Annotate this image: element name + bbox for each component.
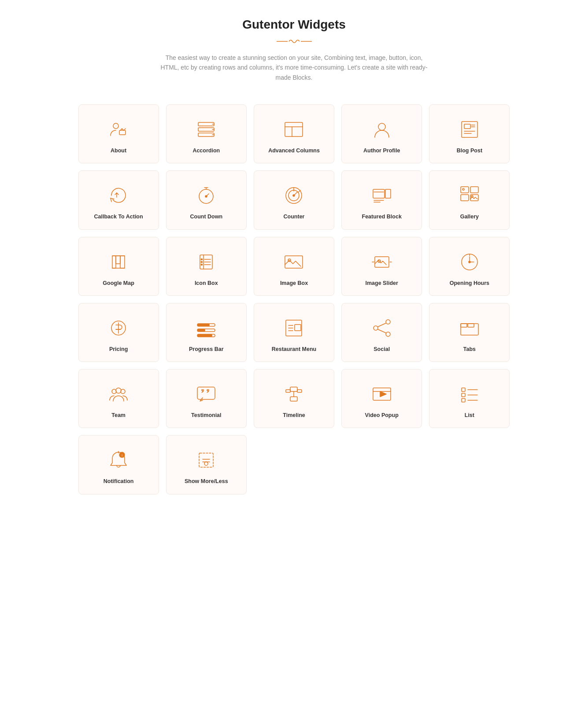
widget-card-blog-post[interactable]: Blog Post (429, 104, 510, 163)
svg-line-77 (378, 323, 386, 327)
counter-icon (283, 184, 304, 207)
callback-to-action-icon (108, 184, 129, 207)
widget-card-callback-to-action[interactable]: Callback To Action (78, 170, 159, 229)
opening-hours-label: Opening Hours (450, 280, 489, 287)
svg-rect-66 (197, 329, 205, 332)
widget-card-tabs[interactable]: Tabs (429, 303, 510, 362)
svg-rect-103 (199, 453, 213, 467)
image-slider-icon (371, 251, 392, 273)
svg-marker-92 (380, 391, 386, 397)
gallery-label: Gallery (460, 213, 479, 220)
svg-point-106 (204, 462, 208, 465)
svg-rect-34 (385, 189, 391, 198)
gallery-icon (459, 184, 480, 207)
widget-card-count-down[interactable]: Count Down (166, 170, 247, 229)
image-box-label: Image Box (280, 280, 308, 287)
widget-card-timeline[interactable]: Timeline (254, 369, 334, 428)
svg-rect-94 (462, 388, 465, 391)
svg-point-76 (386, 332, 390, 336)
pricing-label: Pricing (109, 346, 128, 353)
svg-rect-35 (461, 187, 469, 193)
count-down-icon (196, 184, 217, 207)
svg-rect-95 (462, 393, 465, 397)
widget-card-restaurant-menu[interactable]: Restaurant Menu (254, 303, 334, 362)
author-profile-label: Author Profile (363, 147, 400, 154)
team-icon (108, 383, 129, 406)
timeline-icon (283, 383, 304, 406)
list-icon (459, 383, 480, 406)
blog-post-label: Blog Post (457, 147, 482, 154)
widget-card-social[interactable]: Social (341, 303, 422, 362)
svg-point-60 (469, 261, 470, 263)
svg-point-84 (116, 388, 121, 393)
svg-point-74 (374, 326, 378, 330)
widget-card-image-box[interactable]: Image Box (254, 237, 334, 296)
widget-card-pricing[interactable]: Pricing (78, 303, 159, 362)
widget-card-accordion[interactable]: Accordion (166, 104, 247, 163)
widget-card-icon-box[interactable]: Icon Box (166, 237, 247, 296)
social-icon (371, 317, 392, 339)
list-label: List (465, 412, 474, 419)
svg-text:!: ! (122, 454, 122, 457)
accordion-label: Accordion (192, 147, 220, 154)
advanced-columns-label: Advanced Columns (268, 147, 320, 154)
widget-card-featured-block[interactable]: Featured Block (341, 170, 422, 229)
svg-rect-10 (285, 122, 303, 137)
widget-card-progress-bar[interactable]: Progress Bar (166, 303, 247, 362)
svg-rect-87 (290, 397, 297, 401)
testimonial-icon (196, 383, 217, 406)
widget-card-team[interactable]: Team (78, 369, 159, 428)
featured-block-icon (371, 184, 392, 207)
notification-label: Notification (104, 478, 134, 485)
svg-rect-15 (464, 124, 470, 129)
tabs-label: Tabs (463, 346, 476, 353)
author-profile-icon (371, 118, 392, 141)
svg-rect-85 (197, 387, 215, 399)
svg-point-13 (378, 123, 385, 130)
widget-card-image-slider[interactable]: Image Slider (341, 237, 422, 296)
widget-card-advanced-columns[interactable]: Advanced Columns (254, 104, 334, 163)
blog-post-icon (459, 118, 480, 141)
google-map-label: Google Map (103, 280, 134, 287)
widget-card-about[interactable]: About (78, 104, 159, 163)
svg-rect-89 (286, 390, 290, 392)
widgets-grid: AboutAccordionAdvanced ColumnsAuthor Pro… (74, 100, 514, 499)
video-popup-label: Video Popup (365, 412, 399, 419)
restaurant-menu-label: Restaurant Menu (272, 346, 316, 353)
svg-point-39 (462, 188, 464, 190)
widget-card-gallery[interactable]: Gallery (429, 170, 510, 229)
svg-rect-81 (468, 324, 474, 327)
widget-card-testimonial[interactable]: Testimonial (166, 369, 247, 428)
opening-hours-icon (459, 251, 480, 273)
svg-rect-37 (461, 195, 469, 201)
svg-rect-3 (119, 130, 126, 135)
social-label: Social (374, 346, 390, 353)
page-description: The easiest way to create a stunning sec… (158, 53, 431, 82)
about-label: About (111, 147, 126, 154)
pricing-icon (108, 317, 129, 339)
widget-card-opening-hours[interactable]: Opening Hours (429, 237, 510, 296)
widget-card-video-popup[interactable]: Video Popup (341, 369, 422, 428)
widget-card-list[interactable]: List (429, 369, 510, 428)
timeline-label: Timeline (283, 412, 305, 419)
image-box-icon (283, 251, 304, 273)
icon-box-label: Icon Box (195, 280, 218, 287)
widget-card-show-more-less[interactable]: Show More/Less (166, 435, 247, 494)
count-down-label: Count Down (190, 213, 222, 220)
svg-rect-80 (461, 324, 467, 327)
svg-point-75 (386, 320, 390, 324)
widget-card-notification[interactable]: !Notification (78, 435, 159, 494)
widget-card-author-profile[interactable]: Author Profile (341, 104, 422, 163)
svg-point-2 (113, 123, 118, 129)
about-icon (108, 118, 129, 141)
restaurant-menu-icon (283, 317, 304, 339)
svg-line-27 (298, 190, 300, 192)
accordion-icon (196, 118, 217, 141)
svg-line-29 (294, 192, 297, 196)
svg-rect-96 (462, 398, 465, 402)
widget-card-google-map[interactable]: Google Map (78, 237, 159, 296)
progress-bar-label: Progress Bar (189, 346, 224, 353)
counter-label: Counter (284, 213, 305, 220)
image-slider-label: Image Slider (366, 280, 398, 287)
widget-card-counter[interactable]: Counter (254, 170, 334, 229)
